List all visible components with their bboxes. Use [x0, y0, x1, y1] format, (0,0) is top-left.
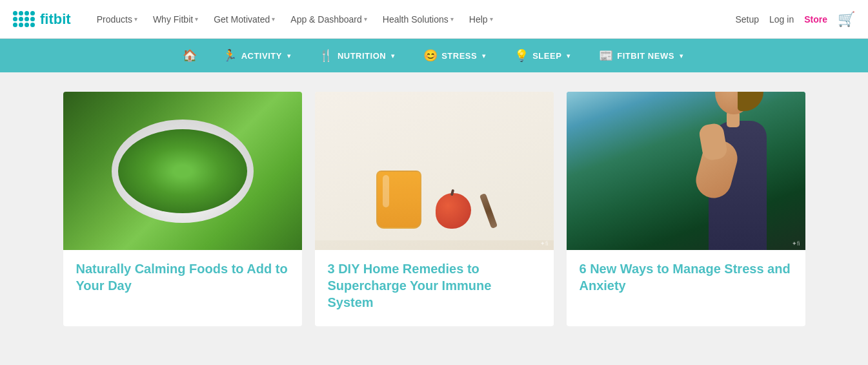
- nav-app-dashboard[interactable]: App & Dashboard ▾: [284, 9, 374, 30]
- nutrition-icon: 🍴: [319, 48, 334, 63]
- chevron-down-icon: ▾: [490, 16, 493, 23]
- chevron-down-icon: ▾: [482, 52, 486, 59]
- card-2[interactable]: ✦fi 3 DIY Home Remedies to Supercharge Y…: [315, 92, 554, 326]
- stress-icon: 😊: [423, 48, 438, 63]
- logo[interactable]: fitbit: [13, 11, 71, 28]
- nav-nutrition[interactable]: 🍴 NUTRITION ▾: [305, 39, 409, 72]
- card-2-body: 3 DIY Home Remedies to Supercharge Your …: [315, 250, 554, 326]
- card-3[interactable]: ✦fi 6 New Ways to Manage Stress and Anxi…: [567, 92, 805, 326]
- chevron-down-icon: ▾: [450, 16, 454, 23]
- chevron-down-icon: ▾: [287, 52, 291, 59]
- nav-get-motivated[interactable]: Get Motivated ▾: [207, 9, 281, 30]
- nav-products[interactable]: Products ▾: [90, 9, 144, 30]
- chevron-down-icon: ▾: [680, 52, 683, 59]
- chevron-down-icon: ▾: [272, 16, 275, 23]
- card-2-image: ✦fi: [315, 92, 554, 250]
- nav-fitbit-news[interactable]: 📰 FITBIT NEWS ▾: [585, 39, 698, 72]
- nav-sleep[interactable]: 💡 SLEEP ▾: [500, 39, 585, 72]
- setup-link[interactable]: Setup: [735, 14, 759, 25]
- sleep-icon: 💡: [514, 48, 529, 63]
- nav-stress[interactable]: 😊 STRESS ▾: [409, 39, 500, 72]
- cinnamon-stick: [479, 193, 498, 229]
- nav-activity[interactable]: 🏃 ACTIVITY ▾: [208, 39, 305, 72]
- fitbit-watermark-2: ✦fi: [792, 240, 800, 247]
- nav-why-fitbit[interactable]: Why Fitbit ▾: [146, 9, 205, 30]
- nav-home[interactable]: 🏠: [171, 39, 209, 72]
- chevron-down-icon: ▾: [567, 52, 570, 59]
- secondary-navigation: 🏠 🏃 ACTIVITY ▾ 🍴 NUTRITION ▾ 😊 STRESS ▾ …: [0, 39, 868, 72]
- card-1-image: [63, 92, 302, 250]
- chevron-down-icon: ▾: [391, 52, 395, 59]
- card-1[interactable]: Naturally Calming Foods to Add to Your D…: [63, 92, 302, 326]
- login-link[interactable]: Log in: [769, 14, 794, 25]
- nav-health-solutions[interactable]: Health Solutions ▾: [376, 9, 460, 30]
- card-1-body: Naturally Calming Foods to Add to Your D…: [63, 250, 302, 309]
- apple-fruit: [436, 193, 471, 229]
- main-nav-links: Products ▾ Why Fitbit ▾ Get Motivated ▾ …: [90, 9, 736, 30]
- chevron-down-icon: ▾: [364, 16, 367, 23]
- card-3-body: 6 New Ways to Manage Stress and Anxiety: [567, 250, 805, 309]
- logo-dots: [13, 11, 35, 27]
- activity-icon: 🏃: [223, 48, 237, 63]
- nav-right-group: Setup Log in Store 🛒: [735, 11, 855, 28]
- fitbit-watermark: ✦fi: [540, 240, 549, 247]
- chevron-down-icon: ▾: [195, 16, 198, 23]
- store-link[interactable]: Store: [804, 14, 827, 25]
- logo-text: fitbit: [40, 11, 71, 28]
- nav-help[interactable]: Help ▾: [463, 9, 500, 30]
- news-icon: 📰: [599, 48, 614, 63]
- chevron-down-icon: ▾: [134, 16, 137, 23]
- main-content: Naturally Calming Foods to Add to Your D…: [0, 72, 868, 346]
- top-navigation: fitbit Products ▾ Why Fitbit ▾ Get Motiv…: [0, 0, 868, 39]
- card-1-title: Naturally Calming Foods to Add to Your D…: [76, 260, 289, 294]
- home-icon: 🏠: [183, 48, 197, 63]
- card-2-title: 3 DIY Home Remedies to Supercharge Your …: [328, 260, 541, 311]
- card-3-title: 6 New Ways to Manage Stress and Anxiety: [580, 260, 792, 294]
- card-3-image: ✦fi: [567, 92, 805, 250]
- cart-icon[interactable]: 🛒: [838, 11, 855, 28]
- smoothie-glass: [376, 171, 421, 229]
